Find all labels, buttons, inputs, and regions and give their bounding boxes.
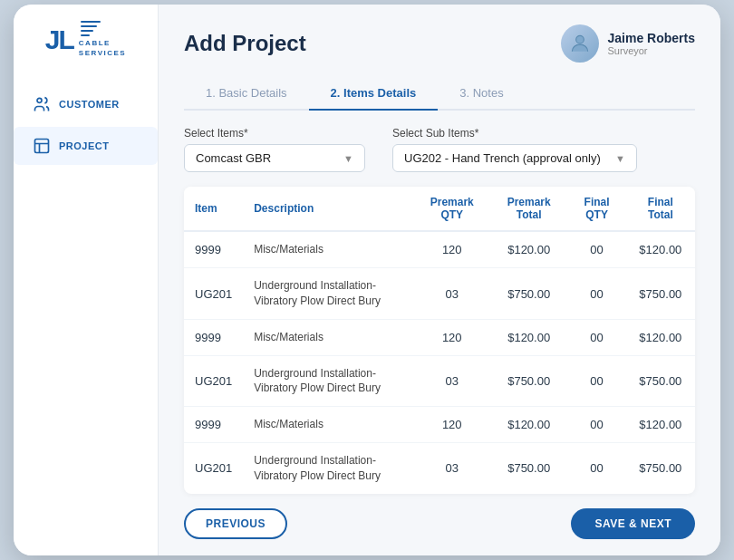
tab-notes[interactable]: 3. Notes	[438, 79, 525, 111]
cell-item: 9999	[184, 231, 243, 267]
cell-item: 9999	[184, 407, 243, 443]
user-role: Surveyor	[608, 45, 695, 56]
logo-icon-lines	[81, 21, 101, 36]
col-header-item: Item	[184, 187, 243, 231]
cell-final-total: $120.00	[626, 407, 695, 443]
cell-final-qty: 00	[567, 355, 625, 407]
cell-premark-total: $120.00	[490, 407, 568, 443]
footer-row: PREVIOUS SAVE & NEXT	[184, 508, 695, 539]
user-name: Jaime Roberts	[608, 31, 695, 45]
select-subitems-dropdown[interactable]: UG202 - Hand Trench (approval only) ▼	[392, 144, 637, 172]
cell-final-qty: 00	[567, 231, 625, 267]
avatar	[561, 24, 599, 63]
logo-jl: JL	[45, 26, 73, 53]
col-header-description: Description	[243, 187, 413, 231]
sidebar-item-customer[interactable]: CUSTOMER	[14, 85, 158, 123]
cell-premark-qty: 120	[414, 231, 490, 267]
table-row: 9999 Misc/Materials 120 $120.00 00 $120.…	[184, 407, 695, 443]
people-icon	[32, 94, 52, 114]
cell-final-total: $750.00	[626, 268, 695, 320]
project-icon	[32, 136, 52, 156]
chevron-down-icon: ▼	[343, 153, 353, 164]
chevron-down-icon-2: ▼	[615, 153, 625, 164]
table-row: UG201 Underground Installation- Vibrator…	[184, 442, 695, 493]
page-title: Add Project	[184, 31, 306, 56]
col-header-premark-total: Premark Total	[490, 187, 568, 231]
save-next-button[interactable]: SAVE & NEXT	[571, 508, 695, 539]
cell-final-qty: 00	[567, 268, 625, 320]
customer-label: CUSTOMER	[59, 99, 120, 110]
col-header-premark-qty: Premark QTY	[414, 187, 490, 231]
select-items-dropdown[interactable]: Comcast GBR ▼	[184, 144, 365, 172]
cell-item: UG201	[184, 355, 243, 407]
items-table-container: Item Description Premark QTY Premark Tot…	[184, 187, 695, 493]
tab-items-details[interactable]: 2. Items Details	[309, 79, 439, 111]
selects-row: Select Items* Comcast GBR ▼ Select Sub I…	[184, 127, 695, 172]
cell-final-total: $120.00	[626, 319, 695, 355]
table-row: 9999 Misc/Materials 120 $120.00 00 $120.…	[184, 231, 695, 267]
previous-button[interactable]: PREVIOUS	[184, 508, 287, 539]
cell-premark-total: $750.00	[490, 442, 568, 493]
main-content: Add Project Jaime Roberts Surveyor 1. Ba…	[159, 5, 720, 555]
select-items-value: Comcast GBR	[196, 151, 271, 165]
cell-premark-qty: 03	[414, 268, 490, 320]
table-row: 9999 Misc/Materials 120 $120.00 00 $120.…	[184, 319, 695, 355]
cell-description: Misc/Materials	[243, 407, 413, 443]
cell-description: Misc/Materials	[243, 319, 413, 355]
logo-services: SERVICES	[79, 49, 126, 58]
tabs-row: 1. Basic Details 2. Items Details 3. Not…	[184, 79, 695, 111]
cell-premark-qty: 03	[414, 442, 490, 493]
cell-final-qty: 00	[567, 442, 625, 493]
col-header-final-total: Final Total	[626, 187, 695, 231]
select-items-group: Select Items* Comcast GBR ▼	[184, 127, 365, 172]
items-table: Item Description Premark QTY Premark Tot…	[184, 187, 695, 493]
cell-description: Misc/Materials	[243, 231, 413, 267]
user-details: Jaime Roberts Surveyor	[608, 31, 695, 56]
cell-premark-total: $120.00	[490, 231, 568, 267]
cell-final-total: $120.00	[626, 231, 695, 267]
cell-description: Underground Installation- Vibratory Plow…	[243, 442, 413, 493]
project-label: PROJECT	[59, 140, 109, 151]
cell-final-qty: 00	[567, 319, 625, 355]
cell-premark-total: $750.00	[490, 268, 568, 320]
cell-final-qty: 00	[567, 407, 625, 443]
device-frame: JL CABLE SERVICES	[14, 5, 720, 555]
select-subitems-value: UG202 - Hand Trench (approval only)	[404, 151, 601, 165]
sidebar: JL CABLE SERVICES	[14, 5, 159, 555]
svg-point-0	[37, 99, 42, 103]
cell-premark-qty: 120	[414, 407, 490, 443]
cell-description: Underground Installation- Vibratory Plow…	[243, 355, 413, 407]
header-row: Add Project Jaime Roberts Surveyor	[184, 24, 695, 63]
cell-premark-total: $750.00	[490, 355, 568, 407]
select-items-label: Select Items*	[184, 127, 365, 140]
svg-rect-1	[35, 140, 49, 153]
logo-cable: CABLE	[79, 39, 126, 48]
user-info: Jaime Roberts Surveyor	[561, 24, 695, 63]
cell-item: 9999	[184, 319, 243, 355]
logo: JL CABLE SERVICES	[36, 21, 135, 58]
table-row: UG201 Underground Installation- Vibrator…	[184, 355, 695, 407]
cell-premark-qty: 03	[414, 355, 490, 407]
cell-final-total: $750.00	[626, 355, 695, 407]
cell-premark-qty: 120	[414, 319, 490, 355]
table-header-row: Item Description Premark QTY Premark Tot…	[184, 187, 695, 231]
sidebar-item-project[interactable]: PROJECT	[14, 127, 158, 165]
select-subitems-group: Select Sub Items* UG202 - Hand Trench (a…	[392, 127, 637, 172]
cell-item: UG201	[184, 268, 243, 320]
cell-final-total: $750.00	[626, 442, 695, 493]
tab-basic-details[interactable]: 1. Basic Details	[184, 79, 309, 111]
col-header-final-qty: Final QTY	[567, 187, 625, 231]
table-row: UG201 Underground Installation- Vibrator…	[184, 268, 695, 320]
cell-description: Underground Installation- Vibratory Plow…	[243, 268, 413, 320]
cell-premark-total: $120.00	[490, 319, 568, 355]
cell-item: UG201	[184, 442, 243, 493]
select-subitems-label: Select Sub Items*	[392, 127, 637, 140]
svg-point-4	[575, 36, 584, 44]
